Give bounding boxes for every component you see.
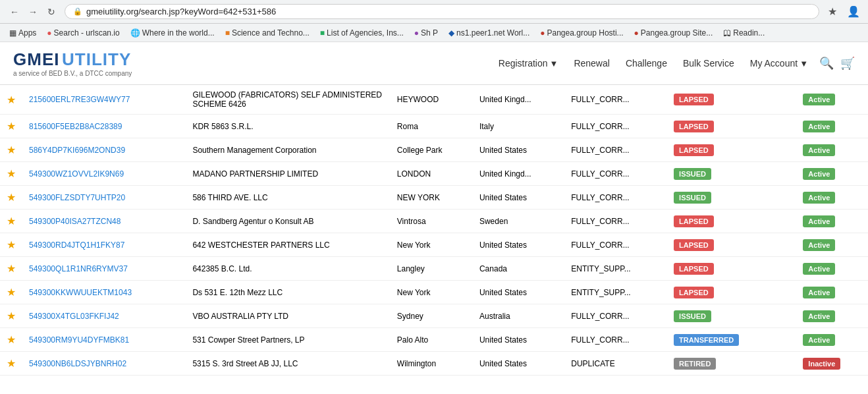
active-badge: Active bbox=[803, 239, 835, 251]
lei-cell: 549300NB6LDSJYBNRH02 bbox=[22, 352, 186, 376]
lei-link[interactable]: 549300P40ISA27TZCN48 bbox=[29, 217, 121, 226]
country-cell: United States bbox=[473, 186, 564, 210]
country-cell: United States bbox=[473, 233, 564, 257]
lei-link[interactable]: 215600ERL7RE3GW4WY77 bbox=[29, 95, 130, 104]
nav-my-account[interactable]: My Account ▼ bbox=[749, 55, 809, 72]
results-table: ★ 215600ERL7RE3GW4WY77 GILEWOOD (FABRICA… bbox=[0, 85, 868, 376]
url-text: gmeiutility.org/search.jsp?keyWord=642+5… bbox=[86, 7, 276, 16]
legal-name-cell: 5315 S. 3rd Street AB JJ, LLC bbox=[186, 352, 390, 376]
lei-link[interactable]: 549300KKWWUUEKTM1043 bbox=[29, 288, 132, 297]
active-status-cell bbox=[778, 328, 796, 352]
active-status-cell bbox=[778, 138, 796, 162]
profile-button[interactable]: 👤 bbox=[846, 4, 861, 20]
active-badge: Active bbox=[803, 144, 835, 156]
bookmark-agencies[interactable]: ■ List of Agencies, Ins... bbox=[316, 27, 408, 39]
lei-cell: 586Y4DP7KI696M2OND39 bbox=[22, 138, 186, 162]
action-cell: Active bbox=[796, 233, 868, 257]
lei-link[interactable]: 549300NB6LDSJYBNRH02 bbox=[29, 359, 126, 368]
active-status-cell bbox=[778, 162, 796, 186]
city-cell: College Park bbox=[391, 138, 473, 162]
favorite-star[interactable]: ★ bbox=[0, 328, 22, 352]
bookmark-science[interactable]: ■ Science and Techno... bbox=[221, 27, 313, 39]
city-cell: New York bbox=[391, 281, 473, 304]
bookmark-reading[interactable]: 🕮 Readin... bbox=[719, 27, 769, 39]
favorite-star[interactable]: ★ bbox=[0, 304, 22, 328]
logo-sub: a service of BED B.V., a DTCC company bbox=[13, 70, 132, 77]
favorite-star[interactable]: ★ bbox=[0, 162, 22, 186]
country-cell: United States bbox=[473, 328, 564, 352]
favorite-star[interactable]: ★ bbox=[0, 85, 22, 115]
lei-link[interactable]: 549300FLZSDTY7UHTP20 bbox=[29, 193, 125, 202]
table-row: ★ 549300QL1R1NR6RYMV37 642385 B.C. Ltd. … bbox=[0, 257, 868, 281]
favorite-star[interactable]: ★ bbox=[0, 210, 22, 233]
lei-cell: 549300RM9YU4DYFMBK81 bbox=[22, 328, 186, 352]
nav-registration[interactable]: Registration ▼ bbox=[497, 55, 560, 72]
lei-link[interactable]: 549300QL1R1NR6RYMV37 bbox=[29, 264, 128, 273]
table-row: ★ 549300X4TGL03FKFIJ42 VBO AUSTRALIA PTY… bbox=[0, 304, 868, 328]
entity-status-cell: FULLY_CORR... bbox=[564, 210, 667, 233]
pangea1-icon: ● bbox=[540, 28, 545, 38]
favorite-star[interactable]: ★ bbox=[0, 233, 22, 257]
favorite-star[interactable]: ★ bbox=[0, 281, 22, 304]
active-badge: Active bbox=[803, 215, 835, 227]
where-icon: 🌐 bbox=[130, 28, 140, 38]
bookmark-urlscan[interactable]: ● Search - urlscan.io bbox=[43, 27, 123, 39]
active-badge: Inactive bbox=[803, 358, 840, 370]
browser-nav-buttons[interactable]: ← → ↻ bbox=[7, 4, 59, 20]
legal-name-cell: 642 WESTCHESTER PARTNERS LLC bbox=[186, 233, 390, 257]
lei-link[interactable]: 549300RM9YU4DYFMBK81 bbox=[29, 335, 129, 345]
browser-chrome: ← → ↻ 🔒 gmeiutility.org/search.jsp?keyWo… bbox=[0, 0, 868, 24]
action-cell: Active bbox=[796, 85, 868, 115]
address-bar[interactable]: 🔒 gmeiutility.org/search.jsp?keyWord=642… bbox=[65, 4, 819, 19]
search-icon-button[interactable]: 🔍 bbox=[819, 56, 834, 70]
entity-status-cell: FULLY_CORR... bbox=[564, 233, 667, 257]
lei-link[interactable]: 549300RD4JTQ1H1FKY87 bbox=[29, 240, 124, 250]
back-button[interactable]: ← bbox=[7, 4, 22, 20]
favorite-star[interactable]: ★ bbox=[0, 115, 22, 138]
entity-status-cell: FULLY_CORR... bbox=[564, 304, 667, 328]
bookmark-pangea1[interactable]: ● Pangea.group Hosti... bbox=[536, 27, 627, 39]
favorite-star[interactable]: ★ bbox=[0, 352, 22, 376]
nav-bulk-service[interactable]: Bulk Service bbox=[682, 55, 736, 72]
reload-button[interactable]: ↻ bbox=[43, 4, 59, 20]
country-cell: United States bbox=[473, 281, 564, 304]
table-row: ★ 815600F5EB2B8AC28389 KDR 5863 S.R.L. R… bbox=[0, 115, 868, 138]
reg-status-cell: LAPSED bbox=[667, 85, 778, 115]
active-status-cell bbox=[778, 186, 796, 210]
bookmark-apps[interactable]: ▦ Apps bbox=[5, 27, 40, 39]
lei-link[interactable]: 586Y4DP7KI696M2OND39 bbox=[29, 146, 125, 155]
active-status-cell bbox=[778, 304, 796, 328]
bookmark-where[interactable]: 🌐 Where in the world... bbox=[126, 27, 219, 39]
lei-link[interactable]: 815600F5EB2B8AC28389 bbox=[29, 122, 122, 131]
bookmark-ns1[interactable]: ◆ ns1.peer1.net Worl... bbox=[445, 27, 533, 39]
active-status-cell bbox=[778, 210, 796, 233]
country-cell: Australia bbox=[473, 304, 564, 328]
entity-status-cell: FULLY_CORR... bbox=[564, 186, 667, 210]
favorite-star[interactable]: ★ bbox=[0, 186, 22, 210]
bookmark-pangea2[interactable]: ● Pangea.group Site... bbox=[630, 27, 717, 39]
bookmark-shp[interactable]: ● Sh P bbox=[410, 27, 442, 39]
forward-button[interactable]: → bbox=[25, 4, 41, 20]
active-badge: Active bbox=[803, 263, 835, 275]
legal-name-cell: GILEWOOD (FABRICATORS) SELF ADMINISTERED… bbox=[186, 85, 390, 115]
entity-status-cell: FULLY_CORR... bbox=[564, 85, 667, 115]
action-cell: Active bbox=[796, 281, 868, 304]
cart-icon-button[interactable]: 🛒 bbox=[840, 56, 855, 70]
favorite-star[interactable]: ★ bbox=[0, 138, 22, 162]
city-cell: Langley bbox=[391, 257, 473, 281]
reg-status-badge: ISSUED bbox=[674, 310, 711, 322]
lei-link[interactable]: 549300WZ1OVVL2IK9N69 bbox=[29, 169, 124, 179]
legal-name-cell: 642385 B.C. Ltd. bbox=[186, 257, 390, 281]
legal-name-cell: MADANO PARTNERSHIP LIMITED bbox=[186, 162, 390, 186]
bookmark-star-button[interactable]: ★ bbox=[825, 4, 840, 20]
logo-area[interactable]: GMEI UTILITY a service of BED B.V., a DT… bbox=[13, 49, 132, 77]
active-badge: Active bbox=[803, 287, 835, 298]
lock-icon: 🔒 bbox=[73, 7, 82, 16]
nav-challenge[interactable]: Challenge bbox=[624, 55, 668, 72]
favorite-star[interactable]: ★ bbox=[0, 257, 22, 281]
nav-renewal[interactable]: Renewal bbox=[572, 55, 610, 72]
logo-gmei: GMEI bbox=[13, 49, 59, 69]
action-cell: Active bbox=[796, 186, 868, 210]
lei-link[interactable]: 549300X4TGL03FKFIJ42 bbox=[29, 312, 119, 321]
table-row: ★ 549300KKWWUUEKTM1043 Ds 531 E. 12th Me… bbox=[0, 281, 868, 304]
